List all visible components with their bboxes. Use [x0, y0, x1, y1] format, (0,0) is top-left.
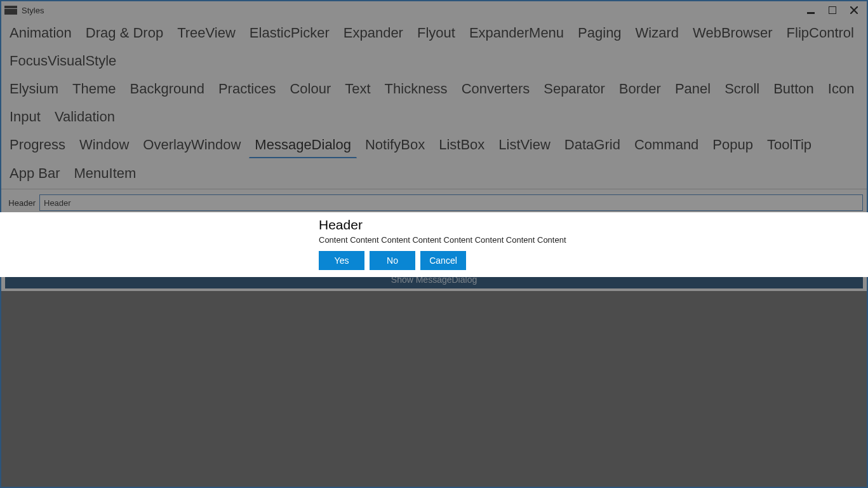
dialog-buttons: Yes No Cancel — [319, 251, 466, 270]
label-header: Header — [5, 198, 39, 208]
tab-webbrowser[interactable]: WebBrowser — [687, 20, 778, 46]
minimize-button[interactable] — [806, 5, 816, 15]
tab-focusvisualstyle[interactable]: FocusVisualStyle — [4, 48, 122, 74]
close-button[interactable] — [849, 5, 859, 15]
tab-validation[interactable]: Validation — [49, 104, 121, 130]
tab-messagedialog[interactable]: MessageDialog — [249, 132, 357, 158]
tab-practices[interactable]: Practices — [213, 76, 281, 102]
maximize-button[interactable] — [827, 5, 838, 15]
tab-paging[interactable]: Paging — [572, 20, 627, 46]
tab-command[interactable]: Command — [629, 132, 704, 158]
tab-progress[interactable]: Progress — [4, 132, 71, 158]
tab-button[interactable]: Button — [768, 76, 820, 102]
tab-flipcontrol[interactable]: FlipControl — [781, 20, 860, 46]
tab-popup[interactable]: Popup — [707, 132, 759, 158]
tab-wizard[interactable]: Wizard — [630, 20, 684, 46]
tab-menuitem[interactable]: MenuItem — [69, 161, 142, 186]
tab-tooltip[interactable]: ToolTip — [761, 132, 817, 158]
tab-listbox[interactable]: ListBox — [433, 132, 490, 158]
tab-animation[interactable]: Animation — [4, 20, 77, 46]
tab-overlaywindow[interactable]: OverlayWindow — [137, 132, 246, 158]
window-controls — [806, 5, 864, 15]
tab-expander[interactable]: Expander — [338, 20, 409, 46]
tab-expandermenu[interactable]: ExpanderMenu — [464, 20, 570, 46]
tab-thickness[interactable]: Thickness — [379, 76, 453, 102]
app-icon — [4, 5, 18, 15]
tab-elasticpicker[interactable]: ElasticPicker — [244, 20, 335, 46]
yes-button[interactable]: Yes — [319, 251, 364, 270]
window-title: Styles — [22, 6, 44, 15]
tab-listview[interactable]: ListView — [493, 132, 556, 158]
tab-converters[interactable]: Converters — [456, 76, 536, 102]
svg-rect-3 — [829, 6, 836, 14]
tab-background[interactable]: Background — [124, 76, 210, 102]
tab-text[interactable]: Text — [339, 76, 376, 102]
tab-border[interactable]: Border — [613, 76, 667, 102]
tab-app-bar[interactable]: App Bar — [4, 161, 66, 186]
dialog-content: Content Content Content Content Content … — [319, 235, 566, 245]
tab-theme[interactable]: Theme — [67, 76, 121, 102]
cancel-button[interactable]: Cancel — [420, 251, 466, 270]
tab-notifybox[interactable]: NotifyBox — [359, 132, 431, 158]
message-dialog: Header Content Content Content Content C… — [0, 212, 868, 277]
tab-panel[interactable]: Panel — [669, 76, 716, 102]
tab-separator[interactable]: Separator — [538, 76, 611, 102]
tab-elysium[interactable]: Elysium — [4, 76, 64, 102]
tabstrip: AnimationDrag & DropTreeViewElasticPicke… — [1, 19, 867, 189]
tab-colour[interactable]: Colour — [284, 76, 337, 102]
svg-rect-2 — [807, 12, 815, 14]
tab-icon[interactable]: Icon — [822, 76, 860, 102]
svg-rect-1 — [4, 9, 17, 15]
tab-treeview[interactable]: TreeView — [171, 20, 241, 46]
svg-rect-0 — [4, 6, 17, 8]
no-button[interactable]: No — [370, 251, 415, 270]
content-rest — [1, 291, 867, 487]
tab-datagrid[interactable]: DataGrid — [559, 132, 626, 158]
titlebar: Styles — [1, 1, 867, 19]
dialog-header: Header — [319, 217, 363, 233]
tab-window[interactable]: Window — [74, 132, 135, 158]
tab-scroll[interactable]: Scroll — [719, 76, 765, 102]
tab-input[interactable]: Input — [4, 104, 46, 130]
form-row-header: Header — [5, 194, 863, 211]
tab-drag-drop[interactable]: Drag & Drop — [80, 20, 169, 46]
tab-flyout[interactable]: Flyout — [411, 20, 461, 46]
input-header[interactable] — [39, 194, 863, 211]
